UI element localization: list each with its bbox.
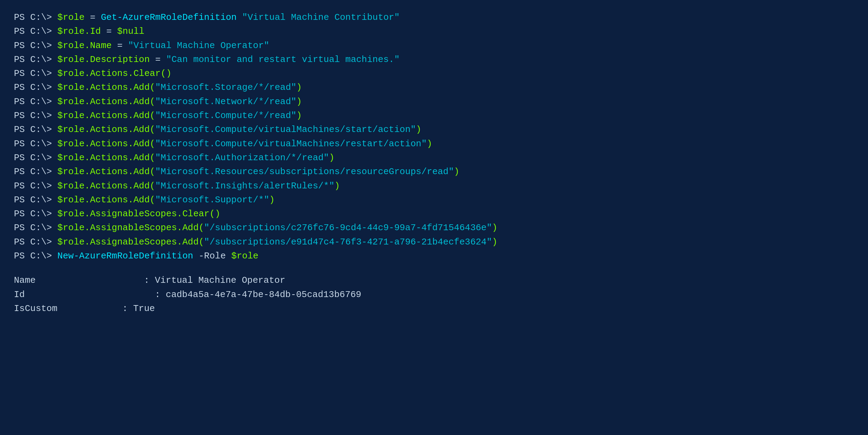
terminal-line: PS C:\> $role.AssignableScopes.Clear() (14, 207, 854, 221)
code-token-string: "Virtual Machine Contributor" (237, 10, 400, 24)
code-token-var: ) (329, 151, 335, 165)
output-separator: : (111, 273, 155, 287)
prompt: PS C:\> (14, 123, 57, 137)
terminal-line: PS C:\> $role.Actions.Add("Microsoft.Com… (14, 123, 854, 137)
output-value: Virtual Machine Operator (155, 273, 285, 287)
terminal-line: PS C:\> $role.AssignableScopes.Add("/sub… (14, 221, 854, 235)
code-token-var: $role.AssignableScopes.Clear() (57, 207, 220, 221)
code-token-null: $null (117, 24, 144, 38)
code-token-var: ) (296, 109, 302, 123)
terminal-line: PS C:\> $role.Name = "Virtual Machine Op… (14, 39, 854, 53)
code-token-string: "Microsoft.Resources/subscriptions/resou… (155, 165, 454, 179)
terminal-line: PS C:\> $role = Get-AzureRmRoleDefinitio… (14, 10, 854, 24)
prompt: PS C:\> (14, 10, 57, 24)
code-token-var: ) (427, 137, 432, 151)
prompt: PS C:\> (14, 165, 57, 179)
terminal-line: PS C:\> $role.Actions.Add("Microsoft.Res… (14, 165, 854, 179)
code-token-var: $role.Actions.Add( (57, 193, 155, 207)
code-token-operator: = (85, 10, 101, 24)
prompt: PS C:\> (14, 193, 57, 207)
code-token-var: $role.AssignableScopes.Add( (57, 221, 204, 235)
code-token-string: "Microsoft.Support/*" (155, 193, 269, 207)
output-key: IsCustom (14, 302, 111, 316)
code-token-var: $role (57, 10, 85, 24)
terminal-line: PS C:\> $role.Actions.Add("Microsoft.Net… (14, 95, 854, 109)
code-token-var: ) (492, 221, 498, 235)
code-token-var: $role.AssignableScopes.Add( (57, 235, 204, 249)
code-token-var: ) (296, 95, 302, 109)
code-token-var: $role.Actions.Add( (57, 95, 155, 109)
code-token-var: ) (416, 123, 422, 137)
output-key: Name (14, 273, 111, 287)
terminal-line: PS C:\> New-AzureRmRoleDefinition -Role … (14, 249, 854, 263)
prompt: PS C:\> (14, 249, 57, 263)
prompt: PS C:\> (14, 207, 57, 221)
terminal-line: PS C:\> $role.Actions.Add("Microsoft.Ins… (14, 179, 854, 193)
command-lines: PS C:\> $role = Get-AzureRmRoleDefinitio… (14, 10, 854, 263)
terminal-line: PS C:\> $role.Actions.Clear() (14, 67, 854, 80)
code-token-string: "Microsoft.Compute/virtualMachines/resta… (155, 137, 427, 151)
code-token-var: $role.Description (57, 53, 150, 67)
code-token-var: $role.Actions.Add( (57, 165, 155, 179)
terminal-line: PS C:\> $role.Actions.Add("Microsoft.Aut… (14, 151, 854, 165)
code-token-var: $role.Actions.Add( (57, 80, 155, 94)
prompt: PS C:\> (14, 67, 57, 80)
code-token-string: "Microsoft.Authorization/*/read" (155, 151, 329, 165)
output-section: Name : Virtual Machine OperatorId : cadb… (14, 273, 854, 316)
terminal-line: PS C:\> $role.Actions.Add("Microsoft.Com… (14, 109, 854, 123)
output-separator: : (111, 288, 166, 302)
code-token-string: "Microsoft.Storage/*/read" (155, 80, 297, 94)
code-token-var: ) (296, 80, 302, 94)
code-token-cmdlet: New-AzureRmRoleDefinition (57, 249, 193, 263)
output-separator: : (111, 302, 133, 316)
prompt: PS C:\> (14, 39, 57, 53)
terminal-line: PS C:\> $role.Actions.Add("Microsoft.Sto… (14, 80, 854, 94)
terminal-line: PS C:\> $role.Description = "Can monitor… (14, 53, 854, 67)
prompt: PS C:\> (14, 221, 57, 235)
code-token-string: "Virtual Machine Operator" (128, 39, 269, 53)
code-token-cmdlet: Get-AzureRmRoleDefinition (101, 10, 237, 24)
code-token-operator: = (112, 39, 128, 53)
terminal-line: PS C:\> $role.Actions.Add("Microsoft.Sup… (14, 193, 854, 207)
code-token-var: $role.Actions.Add( (57, 179, 155, 193)
code-token-var: $role.Actions.Add( (57, 151, 155, 165)
code-token-var: $role.Actions.Add( (57, 109, 155, 123)
code-token-string: "Microsoft.Network/*/read" (155, 95, 297, 109)
output-key: Id (14, 288, 111, 302)
prompt: PS C:\> (14, 95, 57, 109)
code-token-string: "Microsoft.Compute/virtualMachines/start… (155, 123, 416, 137)
code-token-var: $role.Id (57, 24, 101, 38)
prompt: PS C:\> (14, 151, 57, 165)
prompt: PS C:\> (14, 235, 57, 249)
code-token-string: "Microsoft.Compute/*/read" (155, 109, 297, 123)
code-token-var: $role.Actions.Add( (57, 123, 155, 137)
output-line: Name : Virtual Machine Operator (14, 273, 854, 287)
prompt: PS C:\> (14, 137, 57, 151)
prompt: PS C:\> (14, 24, 57, 38)
code-token-var: $role.Actions.Add( (57, 137, 155, 151)
code-token-operator: -Role (193, 249, 231, 263)
terminal-line: PS C:\> $role.Id = $null (14, 24, 854, 38)
prompt: PS C:\> (14, 179, 57, 193)
code-token-var: ) (335, 179, 340, 193)
prompt: PS C:\> (14, 109, 57, 123)
code-token-var: ) (454, 165, 460, 179)
code-token-string: "/subscriptions/e91d47c4-76f3-4271-a796-… (204, 235, 492, 249)
prompt: PS C:\> (14, 53, 57, 67)
code-token-var: ) (269, 193, 275, 207)
output-value: cadb4a5a-4e7a-47be-84db-05cad13b6769 (166, 288, 361, 302)
terminal-line: PS C:\> $role.Actions.Add("Microsoft.Com… (14, 137, 854, 151)
output-line: IsCustom : True (14, 302, 854, 316)
code-token-var: ) (492, 235, 498, 249)
code-token-var: $role.Name (57, 39, 112, 53)
output-line: Id : cadb4a5a-4e7a-47be-84db-05cad13b676… (14, 288, 854, 302)
prompt: PS C:\> (14, 80, 57, 94)
code-token-string: "Can monitor and restart virtual machine… (166, 53, 400, 67)
code-token-operator: = (150, 53, 166, 67)
terminal-line: PS C:\> $role.AssignableScopes.Add("/sub… (14, 235, 854, 249)
terminal-window: PS C:\> $role = Get-AzureRmRoleDefinitio… (14, 10, 854, 316)
code-token-var: $role (231, 249, 258, 263)
code-token-string: "Microsoft.Insights/alertRules/*" (155, 179, 335, 193)
code-token-var: $role.Actions.Clear() (57, 67, 172, 80)
code-token-operator: = (101, 24, 117, 38)
